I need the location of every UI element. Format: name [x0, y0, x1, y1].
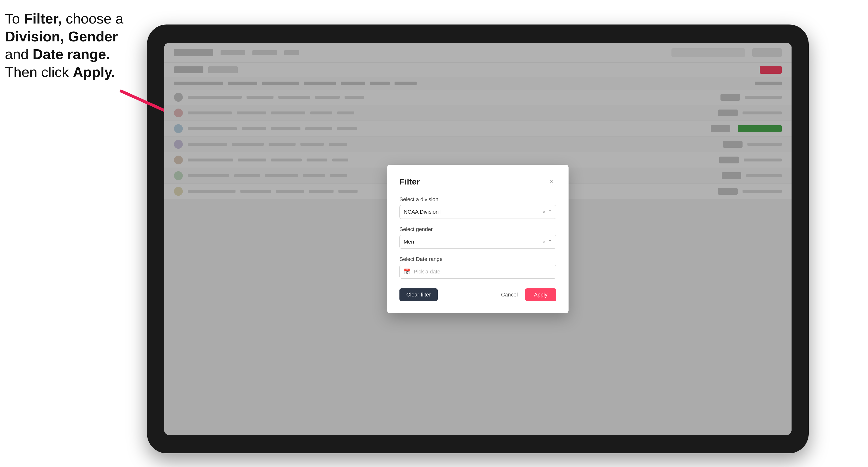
division-expand-icon[interactable]: ⌃	[548, 209, 552, 215]
cancel-button[interactable]: Cancel	[498, 291, 520, 298]
daterange-form-group: Select Date range 📅 Pick a date	[399, 256, 556, 279]
division-form-group: Select a division NCAA Division I × ⌃	[399, 196, 556, 219]
modal-header: Filter ×	[399, 177, 556, 186]
instruction-block: To Filter, choose a Division, Gender and…	[5, 10, 140, 81]
gender-clear-icon[interactable]: ×	[542, 239, 546, 245]
division-label: Select a division	[399, 196, 556, 203]
modal-footer: Clear filter Cancel Apply	[399, 288, 556, 301]
gender-select-controls: × ⌃	[542, 239, 552, 245]
instruction-bold4: Apply.	[73, 64, 115, 80]
instruction-line4: Then click Apply.	[5, 64, 115, 80]
daterange-input[interactable]: 📅 Pick a date	[399, 265, 556, 279]
daterange-label: Select Date range	[399, 256, 556, 262]
gender-form-group: Select gender Men × ⌃	[399, 226, 556, 249]
clear-filter-button[interactable]: Clear filter	[399, 288, 438, 301]
gender-label: Select gender	[399, 226, 556, 232]
gender-expand-icon[interactable]: ⌃	[548, 239, 552, 245]
apply-button[interactable]: Apply	[525, 288, 556, 301]
instruction-line1: To Filter, choose a	[5, 10, 124, 27]
modal-footer-right: Cancel Apply	[498, 288, 556, 301]
daterange-placeholder: Pick a date	[414, 269, 440, 275]
division-clear-icon[interactable]: ×	[542, 209, 546, 215]
calendar-icon: 📅	[404, 269, 410, 275]
filter-modal: Filter × Select a division NCAA Division…	[387, 165, 568, 313]
instruction-line3: and Date range.	[5, 46, 110, 62]
gender-select-value: Men	[404, 239, 414, 245]
division-select-value: NCAA Division I	[404, 209, 442, 215]
instruction-bold1: Filter,	[24, 10, 62, 27]
modal-overlay: Filter × Select a division NCAA Division…	[164, 43, 792, 435]
division-select[interactable]: NCAA Division I × ⌃	[399, 205, 556, 219]
gender-select[interactable]: Men × ⌃	[399, 235, 556, 249]
instruction-bold3: Date range.	[33, 46, 110, 62]
instruction-bold2: Division, Gender	[5, 28, 118, 44]
modal-title: Filter	[399, 177, 420, 186]
tablet-screen: Filter × Select a division NCAA Division…	[164, 43, 792, 435]
modal-close-button[interactable]: ×	[548, 177, 556, 186]
division-select-controls: × ⌃	[542, 209, 552, 215]
tablet-frame: Filter × Select a division NCAA Division…	[147, 25, 809, 453]
